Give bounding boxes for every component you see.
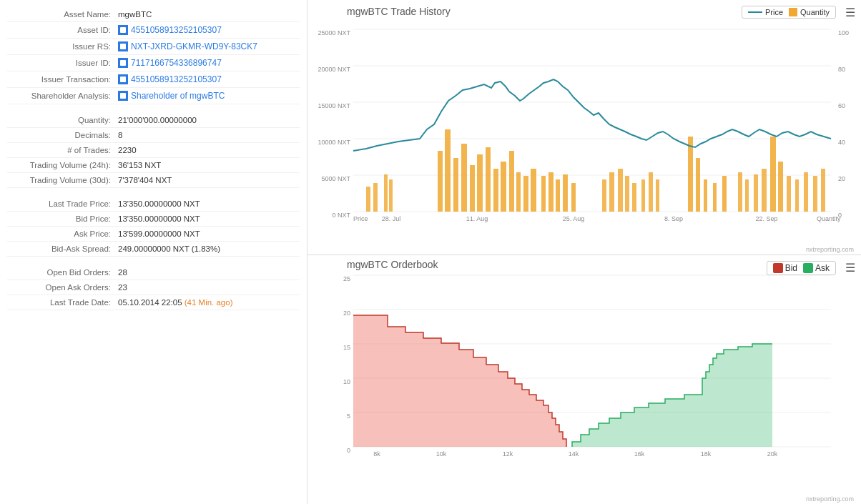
issuer-rs-value: NXT-JXRD-GKMR-WD9Y-83CK7 — [131, 41, 257, 51]
svg-rect-64 — [745, 179, 749, 212]
svg-rect-51 — [609, 172, 614, 212]
svg-rect-49 — [571, 183, 576, 212]
trade-history-section: mgwBTC Trade History Price Quantity ☰ 0 … — [308, 0, 861, 255]
svg-rect-39 — [493, 169, 498, 212]
nxtreporting-label-2: nxtreporting.com — [806, 495, 854, 503]
svg-rect-29 — [373, 183, 378, 212]
issuer-tx-icon — [118, 74, 128, 84]
svg-text:28. Jul: 28. Jul — [382, 215, 401, 222]
asset-id-row: Asset ID: 4551058913252105307 — [7, 22, 300, 39]
svg-rect-34 — [453, 158, 458, 212]
open-bid-value: 28 — [118, 268, 127, 277]
svg-rect-67 — [770, 137, 776, 212]
vol30d-value: 7'378'404 NXT — [118, 176, 172, 184]
shareholder-icon — [118, 91, 128, 101]
svg-rect-30 — [384, 174, 388, 212]
issuer-tx-value: 4551058913252105307 — [131, 74, 222, 84]
asset-id-label: Asset ID: — [7, 26, 118, 34]
svg-rect-54 — [632, 183, 636, 212]
ask-price-label: Ask Price: — [7, 229, 118, 238]
svg-text:25. Aug: 25. Aug — [563, 215, 585, 222]
orderbook-title: mgwBTC Orderbook — [347, 259, 438, 270]
bid-price-row: Bid Price: 13'350.00000000 NXT — [7, 212, 300, 227]
ask-legend-label: Ask — [815, 263, 830, 273]
svg-rect-48 — [563, 174, 568, 212]
svg-text:Quantity: Quantity — [817, 215, 841, 222]
svg-rect-1 — [120, 44, 126, 49]
svg-rect-66 — [762, 169, 767, 212]
svg-text:100: 100 — [838, 29, 849, 36]
svg-text:22. Sep: 22. Sep — [755, 215, 777, 222]
issuer-tx-link[interactable]: 4551058913252105307 — [118, 74, 222, 84]
open-bid-row: Open Bid Orders: 28 — [7, 265, 300, 280]
decimals-row: Decimals: 8 — [7, 128, 300, 143]
orderbook-section: mgwBTC Orderbook Bid Ask ☰ 0 5 10 — [308, 255, 861, 504]
svg-rect-65 — [754, 174, 758, 212]
svg-rect-50 — [602, 179, 606, 212]
quantity-legend-label: Quantity — [800, 8, 830, 16]
svg-text:20: 20 — [343, 310, 350, 317]
issuer-rs-link[interactable]: NXT-JXRD-GKMR-WD9Y-83CK7 — [118, 41, 257, 51]
quantity-legend: Quantity — [789, 8, 830, 16]
svg-rect-71 — [804, 172, 808, 212]
trade-history-menu[interactable]: ☰ — [845, 6, 855, 19]
open-ask-label: Open Ask Orders: — [7, 283, 118, 292]
nxtreporting-label-1: nxtreporting.com — [806, 246, 854, 253]
shareholder-link[interactable]: Shareholder of mgwBTC — [118, 91, 225, 101]
price-legend: Price — [748, 8, 783, 16]
svg-rect-35 — [461, 144, 467, 212]
svg-rect-41 — [509, 151, 514, 212]
trade-history-chart: 0 NXT 5000 NXT 10000 NXT 15000 NXT 20000… — [311, 19, 857, 222]
asset-id-value: 4551058913252105307 — [131, 25, 222, 35]
svg-text:15: 15 — [343, 344, 350, 351]
svg-rect-2 — [120, 60, 126, 66]
svg-rect-73 — [821, 169, 825, 212]
trade-history-title: mgwBTC Trade History — [347, 6, 451, 17]
svg-rect-36 — [470, 165, 475, 212]
svg-rect-61 — [713, 183, 717, 212]
decimals-value: 8 — [118, 131, 122, 139]
svg-rect-3 — [120, 76, 126, 82]
ask-legend-box — [803, 263, 813, 273]
vol24h-row: Trading Volume (24h): 36'153 NXT — [7, 158, 300, 173]
svg-rect-72 — [813, 176, 817, 212]
svg-text:0 NXT: 0 NXT — [332, 212, 350, 219]
orderbook-menu[interactable]: ☰ — [845, 261, 855, 275]
last-trade-price-row: Last Trade Price: 13'350.00000000 NXT — [7, 197, 300, 212]
svg-rect-52 — [618, 169, 623, 212]
price-legend-label: Price — [765, 8, 783, 16]
last-trade-price-label: Last Trade Price: — [7, 199, 118, 208]
vol30d-row: Trading Volume (30d): 7'378'404 NXT — [7, 173, 300, 188]
svg-text:15000 NXT: 15000 NXT — [318, 102, 350, 109]
bid-ask-spread-label: Bid-Ask Spread: — [7, 244, 118, 253]
quantity-legend-box — [789, 8, 797, 16]
svg-rect-47 — [556, 179, 560, 212]
svg-rect-32 — [438, 151, 443, 212]
last-trade-date-value: 05.10.2014 22:05 (41 Min. ago) — [118, 298, 233, 307]
shareholder-value: Shareholder of mgwBTC — [131, 91, 225, 101]
asset-id-link[interactable]: 4551058913252105307 — [118, 25, 222, 35]
num-trades-value: 2230 — [118, 146, 137, 154]
svg-rect-44 — [531, 169, 536, 212]
svg-text:11. Aug: 11. Aug — [466, 215, 488, 222]
bid-price-label: Bid Price: — [7, 214, 118, 223]
svg-text:5: 5 — [347, 412, 350, 420]
svg-text:5000 NXT: 5000 NXT — [321, 175, 350, 182]
bid-ask-spread-value: 249.00000000 NXT (1.83%) — [118, 244, 220, 253]
svg-rect-69 — [787, 176, 791, 212]
svg-text:20: 20 — [838, 175, 845, 182]
bid-price-value: 13'350.00000000 NXT — [118, 214, 200, 223]
svg-text:20000 NXT: 20000 NXT — [318, 66, 350, 73]
asset-name-value: mgwBTC — [118, 10, 152, 19]
svg-rect-38 — [486, 147, 491, 212]
price-legend-line — [748, 11, 762, 13]
bid-legend: Bid — [773, 263, 797, 273]
svg-rect-57 — [656, 179, 659, 212]
vol30d-label: Trading Volume (30d): — [7, 176, 118, 184]
shareholder-row: Shareholder Analysis: Shareholder of mgw… — [7, 88, 300, 104]
open-ask-value: 23 — [118, 283, 127, 292]
svg-rect-40 — [501, 162, 506, 212]
svg-rect-70 — [795, 179, 799, 212]
svg-text:Price: Price — [353, 215, 368, 222]
issuer-id-link[interactable]: 7117166754336896747 — [118, 58, 222, 68]
